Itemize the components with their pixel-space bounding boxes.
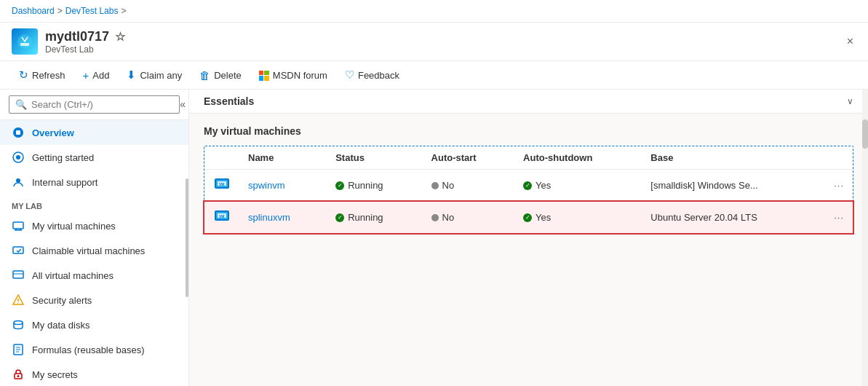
sidebar-item-formulas[interactable]: Formulas (reusable bases) — [0, 337, 188, 362]
sidebar-item-internal-support[interactable]: Internal support — [0, 170, 188, 194]
breadcrumb-devtest[interactable]: DevTest Labs — [65, 6, 119, 16]
feedback-label: Feedback — [358, 70, 399, 81]
security-alerts-icon — [12, 294, 25, 307]
sidebar-scrollbar[interactable] — [186, 178, 188, 297]
svg-rect-7 — [13, 222, 23, 229]
breadcrumb-sep1: > — [57, 6, 63, 16]
main-layout: 🔍 « Overview Getting started — [0, 90, 868, 386]
secrets-icon — [12, 368, 25, 381]
svg-rect-1 — [20, 43, 29, 46]
vm-name-splinuxvm: splinuxvm — [239, 202, 327, 234]
more-icon-2[interactable]: ··· — [834, 212, 844, 223]
auto-shutdown-text-2: Yes — [535, 212, 551, 223]
vm-icon-spwinvm: VM — [213, 176, 231, 193]
all-vms-label: All virtual machines — [32, 270, 114, 281]
sidebar-item-my-secrets[interactable]: My secrets — [0, 362, 188, 386]
yes-dot-spwinvm — [523, 181, 532, 190]
auto-shutdown-text: Yes — [535, 180, 551, 191]
formulas-icon — [12, 343, 25, 356]
content-scrollbar[interactable] — [862, 90, 868, 386]
breadcrumb: Dashboard > DevTest Labs > — [0, 0, 868, 23]
close-button[interactable]: × — [844, 32, 856, 51]
claimable-vms-icon — [12, 244, 25, 257]
status-green-dot — [335, 181, 344, 190]
sidebar-content: Overview Getting started Internal suppor… — [0, 120, 188, 386]
vm-autoshutdown-spwinvm: Yes — [514, 170, 642, 202]
th-auto-start: Auto-start — [423, 146, 515, 170]
vm-name-spwinvm: spwinvm — [239, 170, 327, 202]
internal-support-label: Internal support — [32, 177, 97, 188]
vm-status-splinuxvm: Running — [327, 202, 422, 234]
sidebar-collapse-button[interactable]: « — [177, 95, 188, 113]
status-running-2: Running — [335, 212, 413, 223]
svg-point-5 — [16, 155, 20, 159]
sidebar-item-getting-started[interactable]: Getting started — [0, 145, 188, 170]
overview-label: Overview — [32, 127, 74, 138]
msdn-button[interactable]: MSDN forum — [252, 65, 335, 85]
vm-section-title: My virtual machines — [204, 125, 853, 137]
more-icon[interactable]: ··· — [834, 180, 844, 191]
my-vms-label: My virtual machines — [32, 221, 116, 232]
table-row[interactable]: VM spwinvm Running — [204, 170, 853, 202]
breadcrumb-dashboard[interactable]: Dashboard — [12, 6, 55, 16]
th-name: Name — [239, 146, 327, 170]
vm-autostart-spwinvm: No — [423, 170, 515, 202]
app-container: Dashboard > DevTest Labs > mydtl0717 ☆ D… — [0, 0, 868, 386]
vm-more-splinuxvm[interactable]: ··· — [825, 202, 853, 234]
add-icon: + — [83, 69, 89, 82]
claimable-vms-label: Claimable virtual machines — [32, 245, 145, 256]
th-actions — [825, 146, 853, 170]
essentials-title: Essentials — [204, 95, 254, 107]
status-green-dot-2 — [335, 213, 344, 222]
table-row[interactable]: VM splinuxvm Running — [204, 202, 853, 234]
data-disks-icon — [12, 318, 25, 331]
sidebar-item-my-data-disks[interactable]: My data disks — [0, 312, 188, 337]
sidebar-item-my-virtual-machines[interactable]: My virtual machines — [0, 213, 188, 238]
breadcrumb-sep2: > — [121, 6, 126, 16]
status-running: Running — [335, 180, 413, 191]
vm-icon-splinuxvm: VM — [213, 208, 231, 225]
svg-point-16 — [14, 321, 23, 325]
delete-icon: 🗑 — [199, 69, 210, 82]
content-scrollbar-thumb[interactable] — [862, 119, 868, 149]
svg-text:VM: VM — [219, 182, 225, 186]
auto-start-text-2: No — [442, 212, 455, 223]
status-text-2: Running — [348, 212, 383, 223]
sidebar-item-security-alerts[interactable]: Security alerts — [0, 288, 188, 312]
svg-point-15 — [17, 302, 18, 303]
content-area: Essentials ∨ My virtual machines Name St… — [189, 90, 868, 386]
devtest-lab-icon — [16, 33, 33, 50]
sidebar-item-claimable-vms[interactable]: Claimable virtual machines — [0, 238, 188, 263]
vm-more-spwinvm[interactable]: ··· — [825, 170, 853, 202]
th-icon — [204, 146, 239, 170]
svg-text:VM: VM — [219, 214, 225, 218]
formulas-label: Formulas (reusable bases) — [32, 344, 145, 355]
header-title: mydtl0717 ☆ — [45, 29, 844, 44]
sidebar-item-all-vms[interactable]: All virtual machines — [0, 263, 188, 288]
add-label: Add — [92, 70, 109, 81]
getting-started-label: Getting started — [32, 152, 94, 163]
table-header-row: Name Status Auto-start Auto-shutdown Bas… — [204, 146, 853, 170]
my-lab-section: My Lab — [0, 194, 188, 213]
add-button[interactable]: + Add — [76, 65, 117, 86]
vm-icon-cell-2: VM — [204, 202, 239, 234]
delete-button[interactable]: 🗑 Delete — [192, 65, 249, 86]
sidebar-item-overview[interactable]: Overview — [0, 120, 188, 145]
essentials-bar[interactable]: Essentials ∨ — [189, 90, 868, 114]
svg-rect-12 — [13, 271, 23, 278]
favorite-icon[interactable]: ☆ — [115, 30, 125, 44]
my-vms-icon — [12, 219, 25, 232]
secrets-label: My secrets — [32, 369, 78, 380]
sidebar-search-area: 🔍 — [0, 90, 188, 120]
header: mydtl0717 ☆ DevTest Lab × — [0, 23, 868, 61]
claim-any-button[interactable]: ⬇ Claim any — [119, 64, 189, 86]
search-box[interactable]: 🔍 — [9, 95, 180, 114]
search-input[interactable] — [31, 99, 173, 110]
auto-start-text: No — [442, 180, 455, 191]
refresh-icon: ↻ — [19, 68, 28, 82]
feedback-button[interactable]: ♡ Feedback — [338, 64, 407, 86]
svg-point-6 — [16, 178, 20, 183]
refresh-button[interactable]: ↻ Refresh — [12, 64, 73, 86]
app-icon — [12, 28, 38, 55]
msdn-label: MSDN forum — [273, 70, 327, 81]
